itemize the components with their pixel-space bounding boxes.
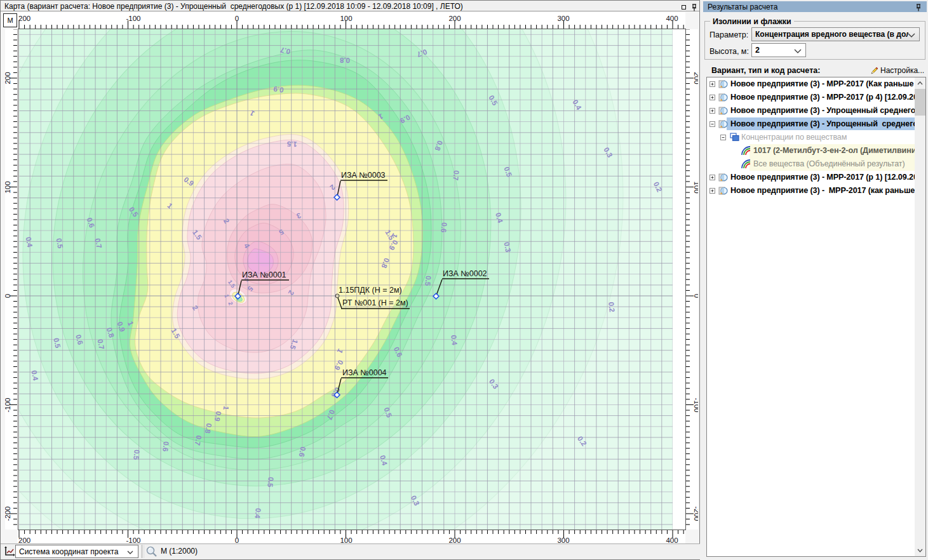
svg-text:0: 0 bbox=[5, 294, 11, 298]
svg-text:-100: -100 bbox=[693, 397, 698, 412]
svg-text:0.4: 0.4 bbox=[253, 508, 262, 519]
svg-text:100: 100 bbox=[5, 181, 11, 193]
svg-text:ИЗА №0001: ИЗА №0001 bbox=[242, 270, 286, 279]
svg-text:100: 100 bbox=[693, 181, 698, 193]
svg-text:400: 400 bbox=[666, 15, 678, 22]
svg-text:-100: -100 bbox=[126, 15, 140, 22]
svg-text:0.5: 0.5 bbox=[132, 450, 140, 461]
svg-text:300: 300 bbox=[557, 15, 569, 22]
svg-text:0.6: 0.6 bbox=[161, 441, 170, 452]
svg-text:ИЗА №0002: ИЗА №0002 bbox=[443, 269, 487, 278]
svg-text:0: 0 bbox=[693, 294, 698, 298]
svg-text:0.4: 0.4 bbox=[450, 335, 458, 346]
svg-text:0.7: 0.7 bbox=[452, 170, 460, 181]
svg-text:РТ №001 (Н = 2м): РТ №001 (Н = 2м) bbox=[342, 298, 408, 307]
svg-text:0.6: 0.6 bbox=[440, 222, 448, 233]
svg-text:0.8: 0.8 bbox=[339, 57, 350, 64]
svg-text:ИЗА №0003: ИЗА №0003 bbox=[341, 171, 386, 180]
svg-text:0.5: 0.5 bbox=[266, 477, 274, 488]
svg-text:0.5: 0.5 bbox=[424, 276, 432, 287]
svg-text:200: 200 bbox=[693, 72, 698, 84]
svg-text:-200: -200 bbox=[693, 506, 698, 521]
svg-text:0: 0 bbox=[235, 15, 239, 22]
svg-text:ИЗА №0004: ИЗА №0004 bbox=[342, 368, 387, 377]
svg-text:0.2: 0.2 bbox=[607, 302, 615, 312]
svg-text:1.15ПДК (Н = 2м): 1.15ПДК (Н = 2м) bbox=[339, 286, 402, 295]
svg-text:-200: -200 bbox=[5, 506, 11, 521]
svg-text:1.5: 1.5 bbox=[286, 140, 297, 148]
svg-text:-100: -100 bbox=[5, 397, 11, 412]
svg-text:200: 200 bbox=[448, 15, 461, 22]
svg-text:100: 100 bbox=[340, 15, 352, 22]
svg-text:0.9: 0.9 bbox=[273, 85, 285, 94]
svg-text:200: 200 bbox=[18, 15, 30, 22]
svg-text:200: 200 bbox=[5, 72, 11, 84]
